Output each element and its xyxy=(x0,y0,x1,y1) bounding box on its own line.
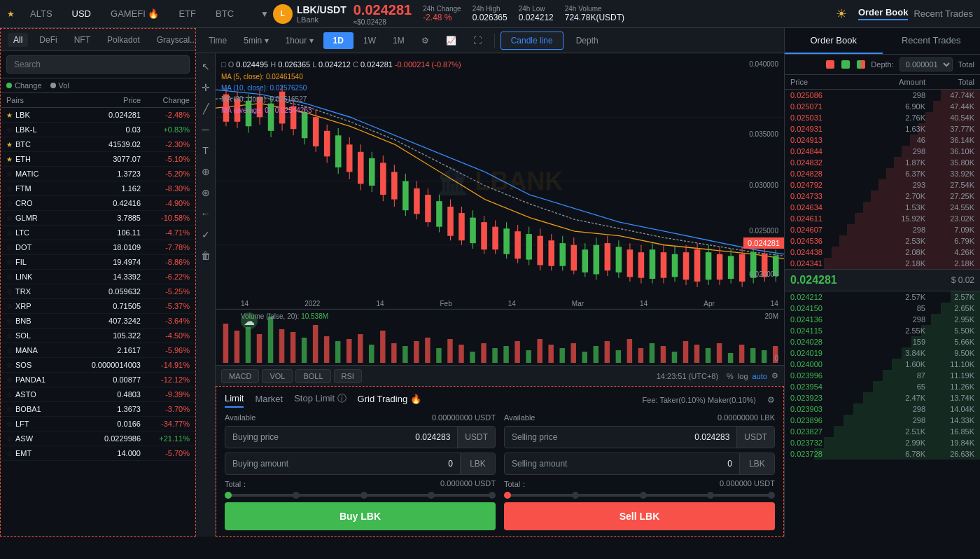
table-row[interactable]: 0.024212 2.57K 2.57K xyxy=(785,291,980,303)
table-row[interactable]: 0.024931 1.63K 37.77K xyxy=(785,123,980,134)
table-row[interactable]: 0.023732 2.99K 19.84K xyxy=(785,437,980,448)
timeframe-1d[interactable]: 1D xyxy=(323,32,354,49)
boll-btn[interactable]: BOLL xyxy=(295,369,330,383)
list-item[interactable]: ☆ XRP 0.71505 -5.37% xyxy=(1,299,195,314)
table-row[interactable]: 0.023996 87 11.19K xyxy=(785,370,980,381)
text-tool[interactable]: T xyxy=(198,143,214,158)
tab-grid-trading[interactable]: Grid Trading 🔥 xyxy=(358,394,421,407)
list-item[interactable]: ☆ EMT 14.000 -5.70% xyxy=(1,446,195,461)
table-row[interactable]: 0.023728 6.78K 26.63K xyxy=(785,448,980,460)
table-row[interactable]: 0.024000 1.60K 11.10K xyxy=(785,359,980,370)
search-input[interactable] xyxy=(6,55,190,74)
table-row[interactable]: 0.024792 293 27.54K xyxy=(785,179,980,191)
buy-slider[interactable] xyxy=(225,494,496,497)
indicators-btn[interactable]: 📈 xyxy=(439,33,463,48)
buying-price-field[interactable]: Buying price 0.024283 USDT xyxy=(225,426,496,448)
checkmark-tool[interactable]: ✓ xyxy=(198,227,214,242)
change-label[interactable]: Change xyxy=(6,81,42,90)
subnav-grayscale[interactable]: Grayscal... xyxy=(151,33,202,47)
timeframe-1hour[interactable]: 1hour ▾ xyxy=(279,33,321,48)
subnav-nft[interactable]: NFT xyxy=(69,33,96,47)
candle-line-btn[interactable]: Candle line xyxy=(500,32,564,50)
subnav-defi[interactable]: DeFi xyxy=(34,33,62,47)
list-item[interactable]: ☆ BNB 407.3242 -3.64% xyxy=(1,314,195,329)
table-row[interactable]: 0.024536 2.53K 6.79K xyxy=(785,235,980,247)
nav-usd[interactable]: USD xyxy=(68,6,95,22)
table-row[interactable]: 0.024832 1.87K 35.80K xyxy=(785,157,980,168)
list-item[interactable]: ☆ LBK-L 0.03 +0.83% xyxy=(1,123,195,137)
table-row[interactable]: 0.024828 6.37K 33.92K xyxy=(785,168,980,179)
vol-btn[interactable]: VOL xyxy=(262,369,293,383)
list-item[interactable]: ☆ MANA 2.1617 -5.96% xyxy=(1,343,195,358)
list-item[interactable]: ★ LBK 0.024281 -2.48% xyxy=(1,108,195,123)
arrow-tool[interactable]: ← xyxy=(198,206,214,221)
table-row[interactable]: 0.024150 85 2.65K xyxy=(785,303,980,314)
tab-market[interactable]: Market xyxy=(255,394,283,407)
list-item[interactable]: ☆ PANDA1 0.00877 -12.12% xyxy=(1,373,195,387)
macd-btn[interactable]: MACD xyxy=(221,369,259,383)
nav-recent-trades[interactable]: Recent Trades xyxy=(913,8,973,19)
log-btn[interactable]: log xyxy=(738,372,748,380)
table-row[interactable]: 0.024733 2.70K 27.25K xyxy=(785,191,980,202)
table-row[interactable]: 0.024341 2.18K 2.18K xyxy=(785,258,980,269)
tab-order-book[interactable]: Order Book xyxy=(785,28,883,54)
measure-tool[interactable]: ⊕ xyxy=(198,164,214,179)
table-row[interactable]: 0.024634 1.53K 24.55K xyxy=(785,202,980,213)
table-row[interactable]: 0.023903 298 14.04K xyxy=(785,403,980,415)
list-item[interactable]: ★ BTC 41539.02 -2.30% xyxy=(1,137,195,152)
buying-amount-field[interactable]: Buying amount 0 LBK xyxy=(225,453,496,475)
list-item[interactable]: ☆ ASW 0.0229986 +21.11% xyxy=(1,432,195,446)
nav-btc[interactable]: BTC xyxy=(211,6,238,22)
subnav-polkadot[interactable]: Polkadot xyxy=(102,33,146,47)
horizontal-tool[interactable]: ─ xyxy=(198,122,214,137)
tab-stop-limit[interactable]: Stop Limit ⓘ xyxy=(294,392,346,408)
table-row[interactable]: 0.024136 298 2.95K xyxy=(785,314,980,325)
fullscreen-btn[interactable]: ⛶ xyxy=(466,33,489,48)
list-item[interactable]: ★ ETH 3077.07 -5.10% xyxy=(1,152,195,167)
vol-label[interactable]: Vol xyxy=(50,81,69,90)
list-item[interactable]: ☆ LINK 14.3392 -6.22% xyxy=(1,270,195,284)
table-row[interactable]: 0.024438 2.08K 4.26K xyxy=(785,247,980,258)
nav-order-book[interactable]: Order Book xyxy=(858,7,909,20)
table-row[interactable]: 0.023923 2.47K 13.74K xyxy=(785,392,980,403)
table-row[interactable]: 0.025031 2.76K 40.54K xyxy=(785,112,980,123)
delete-tool[interactable]: 🗑 xyxy=(198,248,214,263)
crosshair-tool[interactable]: ✛ xyxy=(198,80,214,95)
list-item[interactable]: ☆ BOBA1 1.3673 -3.70% xyxy=(1,402,195,417)
settings-btn[interactable]: ⚙ xyxy=(771,371,778,380)
table-row[interactable]: 0.024611 15.92K 23.02K xyxy=(785,213,980,224)
table-row[interactable]: 0.024607 298 7.09K xyxy=(785,224,980,235)
table-row[interactable]: 0.024913 46 36.14K xyxy=(785,134,980,146)
table-row[interactable]: 0.025071 6.90K 47.44K xyxy=(785,101,980,112)
rsi-btn[interactable]: RSI xyxy=(334,369,362,383)
settings-icon-btn[interactable]: ⚙ xyxy=(414,33,436,48)
buy-button[interactable]: Buy LBK xyxy=(225,502,496,530)
trendline-tool[interactable]: ╱ xyxy=(198,101,214,116)
list-item[interactable]: ☆ CRO 0.42416 -4.90% xyxy=(1,196,195,211)
list-item[interactable]: ☆ SOS 0.0000014003 -14.91% xyxy=(1,358,195,373)
table-row[interactable]: 0.024019 3.84K 9.50K xyxy=(785,347,980,359)
timeframe-1m[interactable]: 1M xyxy=(386,33,412,48)
selling-price-field[interactable]: Selling price 0.024283 USDT xyxy=(504,426,775,448)
list-item[interactable]: ☆ LFT 0.0166 -34.77% xyxy=(1,417,195,432)
depth-select[interactable]: 0.000001 xyxy=(899,57,953,71)
timeframe-time[interactable]: Time xyxy=(202,33,234,48)
percent-btn[interactable]: % xyxy=(727,372,734,380)
list-item[interactable]: ☆ ASTO 0.4803 -9.39% xyxy=(1,387,195,402)
list-item[interactable]: ☆ FTM 1.162 -8.30% xyxy=(1,181,195,196)
table-row[interactable]: 0.024115 2.55K 5.50K xyxy=(785,325,980,336)
list-item[interactable]: ☆ FIL 19.4974 -8.86% xyxy=(1,255,195,270)
selling-amount-field[interactable]: Selling amount 0 LBK xyxy=(504,453,775,475)
nav-alts[interactable]: ALTS xyxy=(26,6,57,22)
tab-limit[interactable]: Limit xyxy=(225,393,244,408)
subnav-all[interactable]: All xyxy=(8,33,28,47)
theme-toggle[interactable]: ☀ xyxy=(836,6,847,22)
timeframe-5min[interactable]: 5min ▾ xyxy=(237,33,275,48)
table-row[interactable]: 0.023954 65 11.26K xyxy=(785,381,980,392)
tab-recent-trades[interactable]: Recent Trades xyxy=(883,28,981,54)
magnet-tool[interactable]: ⊛ xyxy=(198,185,214,200)
table-row[interactable]: 0.023896 298 14.33K xyxy=(785,415,980,426)
list-item[interactable]: ☆ LTC 106.11 -4.71% xyxy=(1,226,195,240)
list-item[interactable]: ☆ GLMR 3.7885 -10.58% xyxy=(1,211,195,226)
cursor-tool[interactable]: ↖ xyxy=(198,59,214,74)
